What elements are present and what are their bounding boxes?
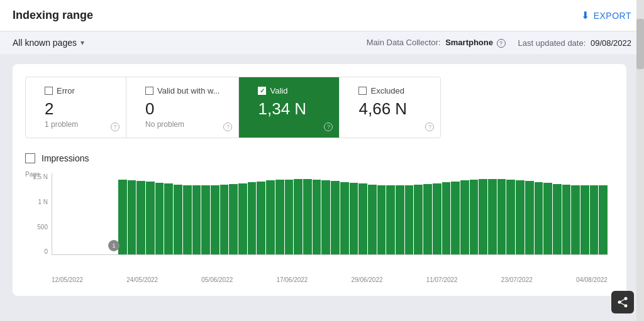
error-help-icon[interactable]: ?: [111, 122, 119, 131]
impressions-label: Impressions: [42, 153, 89, 163]
chart-bar: [590, 185, 599, 254]
tile-valid-warning[interactable]: Valid but with w... 0 No problem ?: [126, 77, 239, 138]
chart-bar: [266, 180, 275, 254]
y-axis: 0 500 1 N 1,5 N: [25, 173, 50, 255]
chart-bar: [506, 180, 515, 254]
svg-point-0: [625, 297, 628, 300]
chart-bar: [238, 183, 247, 255]
collector-info-icon[interactable]: ?: [497, 39, 506, 48]
svg-point-2: [625, 304, 628, 307]
tile-excluded[interactable]: Excluded 4,66 N ?: [340, 77, 440, 138]
export-icon: ⬇: [581, 9, 590, 21]
x-label-5: 11/07/2022: [426, 276, 458, 283]
chart-bar: [433, 183, 441, 255]
chart-bar: [535, 182, 543, 255]
chart-bar: [368, 185, 377, 255]
chart-bar: [442, 182, 451, 254]
tile-error[interactable]: Error 2 1 problem ?: [26, 77, 126, 138]
chart-bar: [451, 182, 460, 255]
svg-line-3: [619, 298, 626, 302]
chart-bar: [562, 185, 571, 254]
scrollbar[interactable]: [636, 0, 644, 321]
valid-value: 1,34 N: [258, 99, 320, 119]
chart-bar: [118, 180, 127, 254]
chart-bar: [580, 185, 589, 254]
chart-bar: [571, 185, 580, 255]
chart-bars: [52, 173, 608, 255]
valid-warning-value: 0: [145, 99, 219, 119]
chart-bar: [377, 185, 386, 255]
x-axis: 12/05/2022 24/05/2022 05/06/2022 17/06/2…: [52, 276, 608, 283]
chart-bar: [174, 185, 182, 255]
chart-bar: [192, 185, 201, 254]
impressions-checkbox[interactable]: [25, 153, 35, 163]
chart-bar: [479, 179, 487, 254]
chart-bar: [543, 183, 552, 254]
valid-warning-help-icon[interactable]: ?: [223, 122, 232, 131]
chart-container: 0 500 1 N 1,5 N Page 1 12/05/2022 24/05/…: [25, 173, 614, 283]
chart-bar: [183, 185, 192, 255]
export-button[interactable]: ⬇ EXPORT: [581, 9, 631, 21]
chart-bar: [248, 182, 257, 254]
chart-bar: [229, 184, 238, 254]
x-label-7: 04/08/2022: [576, 276, 608, 283]
chart-bar: [313, 180, 321, 254]
header: Indexing range ⬇ EXPORT: [0, 0, 644, 31]
y-label-1n: 1 N: [25, 199, 48, 205]
chart-bar: [164, 183, 173, 254]
chart-bar: [155, 183, 164, 254]
tile-valid[interactable]: Valid 1,34 N ?: [239, 77, 340, 138]
chart-bar: [497, 179, 506, 254]
chart-bar: [516, 180, 525, 254]
pages-dropdown[interactable]: All known pages ▾: [13, 38, 84, 48]
chart-bar: [303, 179, 312, 254]
main-content: Error 2 1 problem ? Valid but with w... …: [0, 54, 644, 306]
chart-bar: [358, 183, 367, 254]
status-tiles: Error 2 1 problem ? Valid but with w... …: [25, 77, 441, 138]
chevron-down-icon: ▾: [80, 38, 84, 47]
x-label-4: 29/06/2022: [352, 276, 383, 283]
chart-bar: [470, 180, 479, 254]
excluded-value: 4,66 N: [358, 99, 421, 119]
page-title: Indexing range: [13, 9, 93, 22]
chart-bar: [294, 179, 303, 254]
error-value: 2: [45, 99, 107, 119]
chart-y-title: Page: [25, 171, 40, 178]
bottom-right-button[interactable]: [611, 291, 634, 313]
chart-bar: [340, 182, 349, 255]
x-label-1: 24/05/2022: [126, 276, 158, 283]
chart-area: 1: [52, 173, 608, 274]
excluded-help-icon[interactable]: ?: [425, 122, 434, 131]
chart-bar: [350, 183, 358, 254]
valid-warning-checkbox[interactable]: [145, 87, 153, 95]
chart-bar: [405, 185, 414, 254]
chart-bar: [201, 185, 210, 254]
valid-checkbox[interactable]: [258, 87, 266, 95]
y-label-0: 0: [25, 248, 48, 255]
chart-bar: [211, 185, 219, 254]
chart-bar: [136, 181, 145, 254]
x-label-6: 23/07/2022: [501, 276, 533, 283]
scrollbar-thumb[interactable]: [636, 19, 644, 69]
x-label-0: 12/05/2022: [52, 276, 83, 283]
chart-bar: [146, 182, 155, 254]
valid-warning-sub: No problem: [145, 120, 219, 129]
chart-bar: [321, 180, 330, 254]
chart-bar: [257, 182, 265, 255]
error-checkbox[interactable]: [45, 87, 53, 95]
chart-bar: [423, 184, 432, 254]
excluded-checkbox[interactable]: [358, 87, 367, 95]
chart-bar: [460, 180, 469, 254]
impressions-header: Impressions: [25, 153, 614, 163]
valid-help-icon[interactable]: ?: [324, 122, 333, 131]
toolbar-right: Main Data Collector: Smartphone ? Last u…: [367, 38, 631, 48]
x-label-2: 05/06/2022: [201, 276, 233, 283]
chart-bar: [285, 180, 294, 255]
chart-bar: [275, 180, 284, 254]
chart-bar: [220, 185, 229, 254]
chart-bar: [128, 180, 136, 254]
chart-bar: [488, 179, 497, 254]
chart-bar: [396, 185, 404, 254]
svg-line-4: [619, 302, 626, 306]
x-label-3: 17/06/2022: [276, 276, 308, 283]
